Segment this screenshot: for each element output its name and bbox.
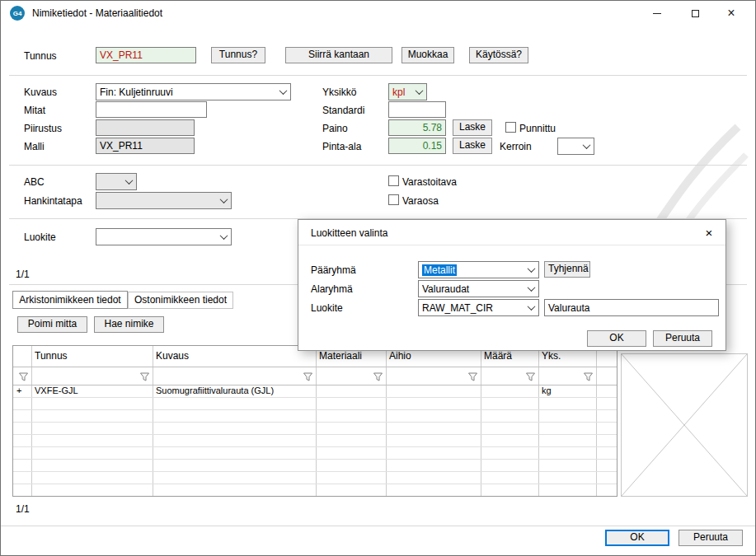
paino-input[interactable] bbox=[388, 119, 446, 136]
table-cell-yks[interactable]: kg bbox=[538, 385, 596, 397]
kuvaus-dropdown[interactable]: Fin: Kuljetinruuvi bbox=[96, 83, 291, 100]
siirra-kantaan-button[interactable]: Siirrä kantaan bbox=[285, 47, 392, 63]
tyhjenna-button[interactable]: Tyhjennä bbox=[544, 261, 590, 278]
yksikko-value: kpl bbox=[392, 86, 405, 98]
table-grid-line bbox=[13, 409, 617, 410]
chevron-down-icon[interactable] bbox=[122, 174, 136, 189]
table-grid-line bbox=[13, 459, 617, 460]
placeholder-cross-icon bbox=[622, 354, 747, 496]
kuvaus-value: Fin: Kuljetinruuvi bbox=[100, 86, 173, 98]
piirustus-input[interactable] bbox=[96, 119, 195, 136]
filter-funnel-icon[interactable] bbox=[303, 371, 313, 381]
luokite-label: Luokite bbox=[24, 231, 56, 243]
separator bbox=[9, 75, 747, 76]
muokkaa-button[interactable]: Muokkaa bbox=[401, 47, 454, 63]
table-cell-kuvaus[interactable]: Suomugrafiittivalurauta (GJL) bbox=[153, 385, 316, 397]
luokite-dropdown[interactable] bbox=[96, 228, 232, 245]
malli-label: Malli bbox=[24, 141, 45, 152]
close-button[interactable]: × bbox=[714, 1, 749, 26]
dialog-peruuta-button[interactable]: Peruuta bbox=[653, 330, 712, 347]
mitat-input[interactable] bbox=[96, 101, 207, 118]
tunnus-query-button[interactable]: Tunnus? bbox=[211, 47, 265, 63]
table-column-divider bbox=[538, 346, 539, 496]
chevron-down-icon[interactable] bbox=[412, 84, 426, 100]
kerroin-dropdown[interactable] bbox=[557, 138, 594, 155]
table-grid-line bbox=[13, 434, 617, 435]
varastoitava-label: Varastoitava bbox=[402, 176, 457, 188]
mitat-label: Mitat bbox=[24, 105, 45, 116]
table-grid-line bbox=[13, 422, 617, 423]
punnittu-label: Punnittu bbox=[519, 123, 556, 134]
dialog-luokite-value: RAW_MAT_CIR bbox=[422, 302, 493, 314]
standardi-input[interactable] bbox=[388, 101, 446, 118]
dialog-luokite-label: Luokite bbox=[311, 302, 343, 314]
chevron-down-icon[interactable] bbox=[524, 262, 538, 278]
close-icon: × bbox=[727, 7, 735, 20]
alaryhma-dropdown[interactable]: Valuraudat bbox=[418, 280, 539, 297]
table-column-divider bbox=[386, 346, 387, 496]
abc-dropdown[interactable] bbox=[96, 173, 137, 190]
dialog-close-button[interactable]: × bbox=[701, 224, 717, 241]
image-placeholder bbox=[621, 353, 748, 497]
table-row-marker[interactable]: + bbox=[13, 385, 31, 397]
table-grid-line bbox=[13, 446, 617, 447]
dialog-luokite-dropdown[interactable]: RAW_MAT_CIR bbox=[418, 299, 539, 316]
kuvaus-label: Kuvaus bbox=[24, 86, 57, 98]
pager-bottom: 1/1 bbox=[16, 503, 30, 515]
table-cell-tunnus[interactable]: VXFE-GJL bbox=[31, 385, 153, 397]
poimi-mitta-button[interactable]: Poimi mitta bbox=[17, 316, 87, 333]
varaosa-label: Varaosa bbox=[402, 195, 439, 207]
filter-funnel-icon[interactable] bbox=[467, 371, 478, 381]
table-column-divider bbox=[316, 346, 317, 496]
paino-label: Paino bbox=[322, 123, 348, 134]
filter-funnel-icon[interactable] bbox=[525, 371, 536, 381]
filter-funnel-icon[interactable] bbox=[139, 371, 150, 381]
chevron-down-icon[interactable] bbox=[276, 84, 290, 100]
maximize-icon bbox=[692, 10, 699, 17]
separator bbox=[9, 165, 747, 166]
peruuta-button[interactable]: Peruuta bbox=[679, 530, 743, 546]
ok-button[interactable]: OK bbox=[605, 530, 669, 546]
paaryhma-dropdown[interactable]: Metallit bbox=[418, 261, 539, 278]
malli-input[interactable] bbox=[96, 138, 195, 154]
tab-ostonimikkeen-tiedot[interactable]: Ostonimikkeen tiedot bbox=[128, 292, 233, 309]
column-header-kuvaus[interactable]: Kuvaus bbox=[153, 346, 316, 367]
tab-arkistonimikkeen-tiedot[interactable]: Arkistonimikkeen tiedot bbox=[12, 291, 128, 309]
chevron-down-icon[interactable] bbox=[524, 300, 538, 315]
pager-top: 1/1 bbox=[16, 269, 30, 280]
tunnus-input[interactable] bbox=[96, 47, 196, 63]
yksikko-dropdown[interactable]: kpl bbox=[388, 83, 427, 100]
materials-table: Tunnus Kuvaus Materiaali Aihio Määrä Yks… bbox=[12, 345, 617, 497]
punnittu-checkbox[interactable] bbox=[505, 122, 516, 133]
varastoitava-checkbox[interactable] bbox=[388, 175, 399, 186]
maximize-button[interactable] bbox=[678, 1, 712, 26]
title-bar: G4 Nimiketiedot - Materiaalitiedot × bbox=[1, 1, 755, 26]
chevron-down-icon[interactable] bbox=[217, 193, 231, 208]
luokite-name-input[interactable] bbox=[544, 299, 719, 316]
hae-nimike-button[interactable]: Hae nimike bbox=[94, 316, 164, 333]
minimize-icon bbox=[653, 13, 661, 14]
column-header-tunnus[interactable]: Tunnus bbox=[31, 346, 153, 367]
filter-funnel-icon[interactable] bbox=[583, 371, 594, 381]
filter-funnel-icon[interactable] bbox=[18, 371, 29, 381]
minimize-button[interactable] bbox=[640, 1, 674, 26]
filter-funnel-icon[interactable] bbox=[373, 371, 383, 381]
dialog-title: Luokitteen valinta bbox=[311, 227, 387, 239]
chevron-down-icon[interactable] bbox=[580, 138, 594, 154]
dialog-ok-button[interactable]: OK bbox=[587, 330, 646, 347]
chevron-down-icon[interactable] bbox=[524, 281, 538, 297]
tunnus-label: Tunnus bbox=[24, 50, 57, 62]
laske-pinta-ala-button[interactable]: Laske bbox=[453, 138, 492, 154]
table-grid-line bbox=[13, 471, 617, 472]
kaytossa-button[interactable]: Käytössä? bbox=[469, 47, 528, 63]
table-column-divider bbox=[481, 346, 481, 496]
varaosa-checkbox[interactable] bbox=[388, 194, 399, 205]
table-column-divider bbox=[153, 346, 153, 496]
laske-paino-button[interactable]: Laske bbox=[453, 119, 492, 136]
pinta-ala-input[interactable] bbox=[388, 138, 446, 154]
chevron-down-icon[interactable] bbox=[217, 229, 231, 245]
alaryhma-label: Alaryhmä bbox=[311, 283, 353, 295]
piirustus-label: Piirustus bbox=[24, 123, 62, 134]
hankintatapa-dropdown[interactable] bbox=[96, 192, 232, 209]
table-column-divider bbox=[31, 346, 32, 496]
